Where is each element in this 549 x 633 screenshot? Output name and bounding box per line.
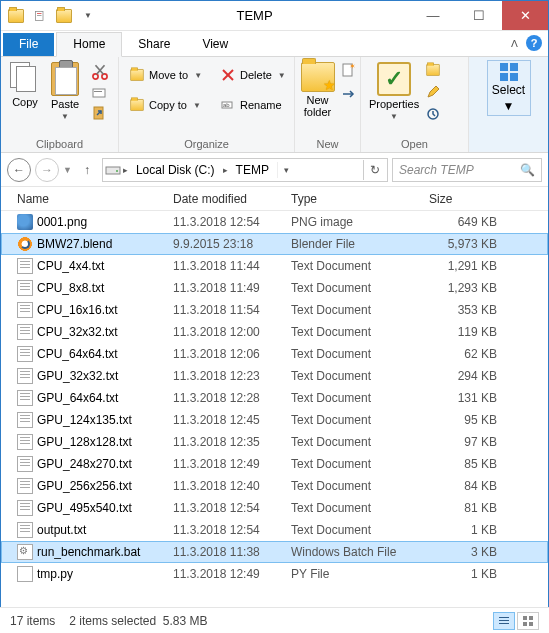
up-button[interactable]: ↑ <box>76 159 98 181</box>
file-type: Text Document <box>285 347 423 361</box>
svg-rect-19 <box>499 617 509 618</box>
column-headers: Name Date modified Type Size <box>1 187 548 211</box>
file-name: CPU_4x4.txt <box>37 259 104 273</box>
search-input[interactable]: Search TEMP 🔍 <box>392 158 542 182</box>
svg-rect-2 <box>37 15 42 16</box>
svg-text:ab: ab <box>223 102 230 108</box>
file-row[interactable]: GPU_64x64.txt11.3.2018 12:28Text Documen… <box>1 387 548 409</box>
file-type: Text Document <box>285 501 423 515</box>
select-button[interactable]: Select ▼ <box>487 60 531 116</box>
cut-icon <box>91 63 109 81</box>
column-date[interactable]: Date modified <box>167 188 285 210</box>
file-date: 11.3.2018 11:54 <box>167 303 285 317</box>
copy-button[interactable]: Copy <box>5 60 45 110</box>
back-button[interactable]: ← <box>7 158 31 182</box>
paste-shortcut-button[interactable] <box>87 104 113 122</box>
properties-button[interactable]: ✓ Properties ▼ <box>365 60 423 123</box>
window-title: TEMP <box>99 8 410 23</box>
file-row[interactable]: GPU_128x128.txt11.3.2018 12:35Text Docum… <box>1 431 548 453</box>
breadcrumb-folder[interactable]: TEMP <box>230 161 275 179</box>
file-row[interactable]: CPU_4x4.txt11.3.2018 11:44Text Document1… <box>1 255 548 277</box>
column-name[interactable]: Name <box>11 188 167 210</box>
copy-path-button[interactable] <box>87 84 113 102</box>
svg-line-6 <box>96 65 104 74</box>
tab-share[interactable]: Share <box>122 33 186 56</box>
address-bar[interactable]: ▸ Local Disk (C:) ▸ TEMP ▾ ↻ <box>102 158 388 182</box>
delete-button[interactable]: Delete▼ <box>216 66 290 84</box>
qat-newfolder-icon[interactable] <box>53 5 75 27</box>
file-row[interactable]: tmp.py11.3.2018 12:49PY File1 KB <box>1 563 548 585</box>
file-row[interactable]: GPU_124x135.txt11.3.2018 12:45Text Docum… <box>1 409 548 431</box>
file-type: Text Document <box>285 369 423 383</box>
file-size: 85 KB <box>423 457 503 471</box>
file-row[interactable]: GPU_248x270.txt11.3.2018 12:49Text Docum… <box>1 453 548 475</box>
view-thumbnails-button[interactable] <box>517 612 539 630</box>
new-folder-button[interactable]: Newfolder <box>298 60 338 120</box>
svg-rect-17 <box>106 167 120 174</box>
ribbon-collapse-icon[interactable]: ᐱ <box>511 38 518 49</box>
file-date: 11.3.2018 11:44 <box>167 259 285 273</box>
file-row[interactable]: CPU_64x64.txt11.3.2018 12:06Text Documen… <box>1 343 548 365</box>
view-details-button[interactable] <box>493 612 515 630</box>
file-icon <box>17 390 33 406</box>
maximize-button[interactable]: ☐ <box>456 1 502 30</box>
new-item-icon[interactable]: ✶ <box>340 62 356 78</box>
file-size: 5,973 KB <box>423 237 503 251</box>
group-new-label: New <box>295 138 360 152</box>
file-type: Text Document <box>285 303 423 317</box>
edit-icon[interactable] <box>425 84 441 100</box>
history-dropdown-icon[interactable]: ▼ <box>63 165 72 175</box>
file-icon <box>17 500 33 516</box>
file-row[interactable]: 0001.png11.3.2018 12:54PNG image649 KB <box>1 211 548 233</box>
file-size: 97 KB <box>423 435 503 449</box>
qat-properties-icon[interactable] <box>29 5 51 27</box>
quick-access-toolbar: ▼ <box>1 5 99 27</box>
file-date: 11.3.2018 12:49 <box>167 457 285 471</box>
cut-button[interactable] <box>87 62 113 82</box>
chevron-right-icon[interactable]: ▸ <box>123 165 128 175</box>
file-row[interactable]: CPU_16x16.txt11.3.2018 11:54Text Documen… <box>1 299 548 321</box>
svg-rect-24 <box>523 622 527 626</box>
status-item-count: 17 items <box>10 614 55 628</box>
tab-view[interactable]: View <box>186 33 244 56</box>
column-type[interactable]: Type <box>285 188 423 210</box>
file-row[interactable]: GPU_495x540.txt11.3.2018 12:54Text Docum… <box>1 497 548 519</box>
file-row[interactable]: run_benchmark.bat11.3.2018 11:38Windows … <box>1 541 548 563</box>
file-date: 11.3.2018 11:49 <box>167 281 285 295</box>
paste-button[interactable]: Paste ▼ <box>45 60 85 123</box>
easy-access-icon[interactable] <box>340 84 356 100</box>
open-icon[interactable] <box>425 62 441 78</box>
breadcrumb-drive[interactable]: Local Disk (C:) <box>130 161 221 179</box>
column-size[interactable]: Size <box>423 188 503 210</box>
file-row[interactable]: output.txt11.3.2018 12:54Text Document1 … <box>1 519 548 541</box>
qat-dropdown-icon[interactable]: ▼ <box>77 5 99 27</box>
file-row[interactable]: CPU_32x32.txt11.3.2018 12:00Text Documen… <box>1 321 548 343</box>
forward-button[interactable]: → <box>35 158 59 182</box>
address-dropdown-icon[interactable]: ▾ <box>277 162 295 178</box>
close-button[interactable]: ✕ <box>502 1 548 30</box>
help-icon[interactable]: ? <box>526 35 542 51</box>
svg-line-5 <box>97 65 105 74</box>
file-size: 3 KB <box>423 545 503 559</box>
file-size: 119 KB <box>423 325 503 339</box>
chevron-right-icon[interactable]: ▸ <box>223 165 228 175</box>
rename-button[interactable]: abRename <box>216 96 290 114</box>
svg-rect-25 <box>529 622 533 626</box>
file-size: 1,293 KB <box>423 281 503 295</box>
move-to-icon <box>129 67 145 83</box>
file-row[interactable]: GPU_256x256.txt11.3.2018 12:40Text Docum… <box>1 475 548 497</box>
file-row[interactable]: BMW27.blend9.9.2015 23:18Blender File5,9… <box>1 233 548 255</box>
svg-rect-8 <box>94 91 102 92</box>
search-placeholder: Search TEMP <box>399 163 474 177</box>
history-icon[interactable] <box>425 106 441 122</box>
minimize-button[interactable]: — <box>410 1 456 30</box>
move-to-button[interactable]: Move to▼ <box>125 66 206 84</box>
file-row[interactable]: CPU_8x8.txt11.3.2018 11:49Text Document1… <box>1 277 548 299</box>
copy-to-button[interactable]: Copy to▼ <box>125 96 206 114</box>
tab-file[interactable]: File <box>3 33 54 56</box>
refresh-button[interactable]: ↻ <box>363 160 385 180</box>
file-row[interactable]: GPU_32x32.txt11.3.2018 12:23Text Documen… <box>1 365 548 387</box>
group-organize-label: Organize <box>119 138 294 152</box>
tab-home[interactable]: Home <box>56 32 122 57</box>
file-name: GPU_495x540.txt <box>37 501 132 515</box>
